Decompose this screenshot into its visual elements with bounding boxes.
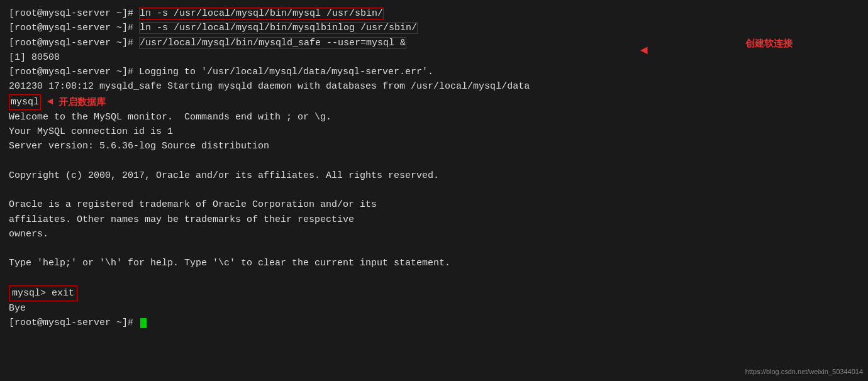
terminal-line-16: mysql> exit xyxy=(9,285,859,301)
watermark: https://blog.csdn.net/weixin_50344014 xyxy=(745,367,863,377)
cmd-highlight-3: /usr/local/mysql/bin/mysqld_safe --user=… xyxy=(139,37,406,49)
terminal-line-10: Server version: 5.6.36-log Source distri… xyxy=(9,139,859,153)
arrow-start-db-icon: ◄ xyxy=(47,94,53,110)
cmd-highlight-1: ln -s /usr/local/mysql/bin/mysql /usr/sb… xyxy=(139,8,384,19)
terminal-line-15: Type 'help;' or '\h' for help. Type '\c'… xyxy=(9,256,859,270)
terminal-line-9: Your MySQL connection id is 1 xyxy=(9,124,859,139)
prompt-1: [root@mysql-server ~]# xyxy=(9,8,139,19)
arrow-create-link-icon: ◄ xyxy=(640,41,648,60)
prompt-2: [root@mysql-server ~]# xyxy=(9,23,139,33)
annotation-start-db: 开启数据库 xyxy=(58,95,106,109)
terminal-line-8: Welcome to the MySQL monitor. Commands e… xyxy=(9,110,859,124)
terminal-line-1: [root@mysql-server ~]# ln -s /usr/local/… xyxy=(9,6,859,21)
terminal-line-4: [1] 80508 xyxy=(9,50,859,65)
terminal-line-11: Copyright (c) 2000, 2017, Oracle and/or … xyxy=(9,168,859,183)
terminal-line-14: owners. xyxy=(9,227,859,241)
terminal-line-18: [root@mysql-server ~]# xyxy=(9,316,859,330)
empty-line-2 xyxy=(9,183,859,197)
mysql-exit-highlighted: mysql> exit xyxy=(9,285,77,301)
terminal-line-13: affiliates. Other names may be trademark… xyxy=(9,213,859,227)
empty-line-1 xyxy=(9,154,859,168)
terminal-window: [root@mysql-server ~]# ln -s /usr/local/… xyxy=(0,0,868,381)
empty-line-4 xyxy=(9,271,859,285)
empty-line-3 xyxy=(9,241,859,256)
mysql-prompt-highlighted: mysql xyxy=(9,94,41,110)
annotation-create-link: 创建软连接 xyxy=(745,36,793,51)
terminal-cursor xyxy=(140,318,147,329)
terminal-line-5: [root@mysql-server ~]# Logging to '/usr/… xyxy=(9,65,859,79)
terminal-line-mysql: mysql ◄ 开启数据库 xyxy=(9,94,859,110)
terminal-line-17: Bye xyxy=(9,301,859,316)
terminal-line-3: [root@mysql-server ~]# /usr/local/mysql/… xyxy=(9,36,859,50)
terminal-line-12: Oracle is a registered trademark of Orac… xyxy=(9,197,859,212)
prompt-3: [root@mysql-server ~]# xyxy=(9,38,139,48)
terminal-line-6: 201230 17:08:12 mysqld_safe Starting mys… xyxy=(9,79,859,94)
cmd-highlight-2: ln -s /usr/local/mysql/bin/mysqlbinlog /… xyxy=(139,22,418,34)
terminal-line-2: [root@mysql-server ~]# ln -s /usr/local/… xyxy=(9,21,859,35)
